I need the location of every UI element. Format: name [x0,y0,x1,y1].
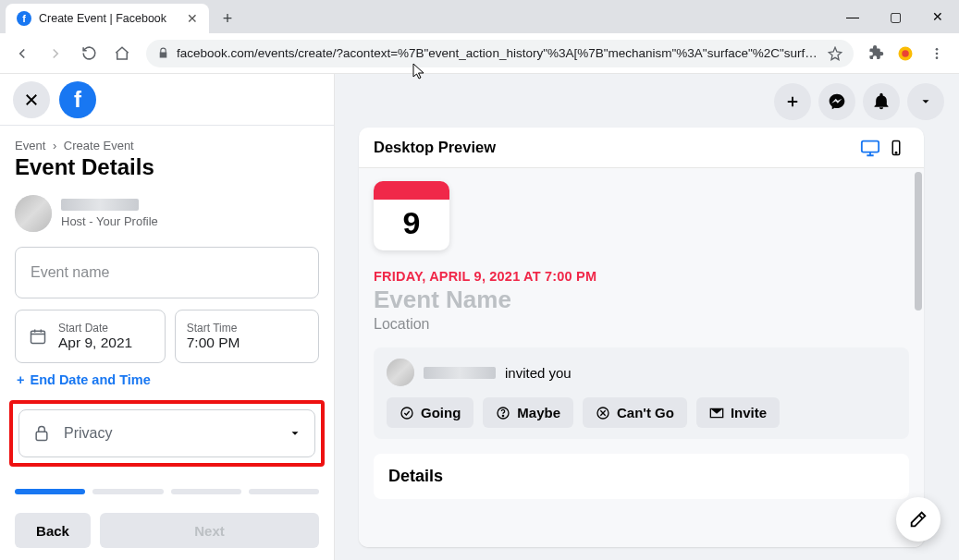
browser-toolbar: facebook.com/events/create/?acontext=%7B… [0,33,959,74]
host-avatar[interactable] [15,195,52,232]
inviter-avatar [387,359,414,386]
breadcrumb-current[interactable]: Create Event [64,139,134,152]
details-label: Details [388,467,443,485]
window-minimize-button[interactable]: — [831,0,874,33]
start-date-label: Start Date [58,322,132,335]
url-text: facebook.com/events/create/?acontext=%7B… [177,46,820,60]
window-maximize-button[interactable]: ▢ [874,0,916,33]
progress-bar [15,489,319,494]
event-datetime: FRIDAY, APRIL 9, 2021 AT 7:00 PM [374,269,909,284]
messenger-button[interactable] [818,83,855,120]
lock-outline-icon [32,424,51,443]
privacy-label: Privacy [64,425,112,442]
page-title: Event Details [15,154,319,180]
svg-point-3 [936,52,939,55]
next-button[interactable]: Next [100,513,319,548]
facebook-favicon-icon: f [17,11,31,26]
mobile-preview-icon[interactable] [883,135,909,161]
create-menu-button[interactable] [774,83,811,120]
inviter-name-redacted [424,367,496,379]
host-row: Host - Your Profile [15,195,319,232]
browser-tabstrip: f Create Event | Facebook ✕ + — ▢ ✕ [0,0,959,33]
breadcrumb: Event › Create Event [15,139,319,152]
close-panel-button[interactable] [13,81,50,118]
preview-header-title: Desktop Preview [374,139,496,156]
progress-step-2 [92,489,163,494]
svg-point-10 [401,408,412,419]
start-time-field[interactable]: Start Time 7:00 PM [175,310,319,363]
edit-fab-button[interactable] [896,497,941,542]
progress-step-4 [249,489,319,494]
invite-block: invited you Going Maybe [374,347,909,439]
start-time-label: Start Time [187,322,240,335]
svg-point-2 [936,48,939,51]
create-event-panel: f Event › Create Event Event Details Hos… [0,74,335,560]
window-close-button[interactable]: ✕ [916,0,959,33]
details-section: Details [374,454,909,499]
address-bar[interactable]: facebook.com/events/create/?acontext=%7B… [146,40,854,67]
progress-step-3 [171,489,241,494]
event-name-placeholder: Event name [31,264,109,281]
nav-back-button[interactable] [7,39,37,68]
plus-icon: + [17,372,24,387]
browser-tab[interactable]: f Create Event | Facebook ✕ [6,4,209,33]
nav-forward-button[interactable] [41,39,70,68]
calendar-day: 9 [374,200,449,250]
facebook-logo-icon[interactable]: f [59,81,96,118]
invited-you-text: invited you [505,365,572,381]
add-end-date-link[interactable]: + End Date and Time [17,372,319,387]
tab-title: Create Event | Facebook [39,12,166,25]
preview-scrollbar[interactable] [915,172,922,310]
preview-card: Desktop Preview 9 FRIDAY, APRIL [359,128,924,547]
start-time-value: 7:00 PM [187,335,240,351]
breadcrumb-root[interactable]: Event [15,139,45,152]
start-date-value: Apr 9, 2021 [58,335,132,351]
rsvp-going-chip[interactable]: Going [387,397,473,428]
calendar-icon [27,327,49,346]
lock-icon [157,47,169,59]
extension-badge-icon[interactable] [892,41,918,67]
svg-point-1 [902,50,909,57]
privacy-dropdown[interactable]: Privacy [18,409,315,457]
host-subtitle: Host - Your Profile [61,214,158,228]
rsvp-maybe-chip[interactable]: Maybe [483,397,573,428]
svg-rect-5 [31,331,45,343]
svg-point-12 [503,415,504,416]
extensions-icon[interactable] [863,41,889,67]
event-location-preview: Location [374,316,909,333]
start-date-field[interactable]: Start Date Apr 9, 2021 [15,310,166,363]
nav-reload-button[interactable] [74,39,104,68]
account-menu-button[interactable] [907,83,944,120]
back-button[interactable]: Back [15,513,91,548]
svg-point-4 [936,56,939,59]
host-name-redacted [61,199,139,211]
event-name-input[interactable]: Event name [15,247,319,298]
browser-menu-button[interactable] [922,39,952,68]
svg-rect-7 [862,140,879,152]
nav-home-button[interactable] [107,39,137,68]
calendar-tile: 9 [374,181,449,250]
desktop-preview-icon[interactable] [857,135,883,161]
progress-step-1 [15,489,85,494]
preview-area: Desktop Preview 9 FRIDAY, APRIL [335,74,959,560]
caret-down-icon [289,427,301,440]
tab-close-icon[interactable]: ✕ [187,11,198,26]
new-tab-button[interactable]: + [215,6,240,31]
svg-point-9 [895,152,897,153]
svg-rect-6 [36,432,47,440]
rsvp-invite-chip[interactable]: Invite [696,397,780,428]
notifications-button[interactable] [863,83,900,120]
privacy-highlight: Privacy [9,400,325,467]
event-name-preview: Event Name [374,286,909,314]
bookmark-star-icon[interactable] [828,46,842,61]
rsvp-cant-go-chip[interactable]: Can't Go [583,397,687,428]
